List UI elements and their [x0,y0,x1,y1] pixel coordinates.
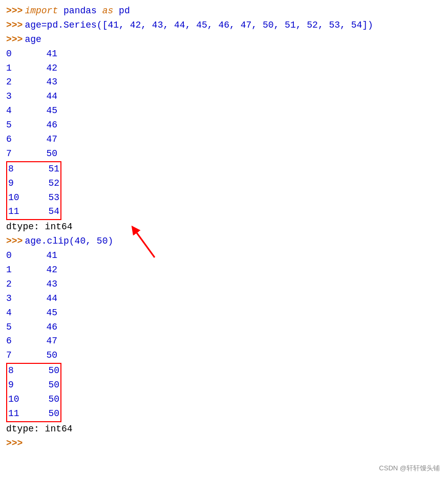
dtype-line-2: dtype: int64 [6,422,442,437]
series1-row-7: 750 [6,147,442,161]
code-series-def: age=pd.Series([41, 42, 43, 44, 45, 46, 4… [25,18,373,33]
code-pd: pd [119,6,130,16]
series1-row-3: 344 [6,90,442,104]
series2-row-2: 243 [6,277,442,292]
line-import: >>> import pandas as pd [6,4,442,18]
series2-row-7: 750 [6,349,442,363]
series1-boxed-rows: 851 952 1053 1154 [6,161,61,221]
watermark-text: CSDN @轩轩馒头铺 [379,464,440,472]
series1-row-0: 041 [6,47,442,61]
series1-row-10: 1053 [8,191,59,205]
series1-row-8: 851 [8,162,59,177]
series1-row-2: 243 [6,75,442,90]
code-import: import pandas as pd [25,4,130,18]
dtype-text-2: dtype: int64 [6,422,73,437]
series2-row-3: 344 [6,292,442,306]
series2-row-6: 647 [6,334,442,349]
series1-row-9: 952 [8,177,59,191]
watermark: CSDN @轩轩馒头铺 [379,464,440,473]
line-final-prompt: >>> [6,437,442,451]
prompt-arrow-3: >>> [6,33,23,47]
series2-row-8: 850 [8,364,59,378]
series2-row-11: 1150 [8,407,59,421]
series2-block: 041 142 243 344 445 546 647 750 850 950 … [6,249,442,422]
prompt-arrow: >>> [6,4,23,18]
series2-row-10: 1050 [8,393,59,407]
dtype-text-1: dtype: int64 [6,220,73,234]
terminal: >>> import pandas as pd >>> age=pd.Serie… [0,0,448,455]
series2-row-4: 445 [6,306,442,320]
series2-row-1: 142 [6,263,442,277]
code-space: pandas [63,6,102,16]
series1-row-6: 647 [6,133,442,147]
series1-row-1: 142 [6,61,442,76]
kw-import: import [25,6,58,16]
series2-boxed-rows: 850 950 1050 1150 [6,363,61,422]
prompt-arrow-2: >>> [6,18,23,33]
line-age: >>> age [6,33,442,47]
series1-row-11: 1154 [8,205,59,219]
prompt-arrow-4: >>> [6,234,23,249]
line-series-def: >>> age=pd.Series([41, 42, 43, 44, 45, 4… [6,18,442,33]
series1-row-5: 546 [6,118,442,133]
series2-row-9: 950 [8,378,59,393]
series2-row-0: 041 [6,249,442,263]
kw-as: as [102,6,114,16]
prompt-arrow-5: >>> [6,437,23,451]
code-clip: age.clip(40, 50) [25,234,113,249]
code-age: age [25,33,41,47]
series1-block: 041 142 243 344 445 546 647 750 851 952 … [6,47,442,221]
dtype-line-1: dtype: int64 [6,220,442,234]
series1-row-4: 445 [6,104,442,118]
series2-row-5: 546 [6,320,442,335]
line-clip: >>> age.clip(40, 50) [6,234,442,249]
